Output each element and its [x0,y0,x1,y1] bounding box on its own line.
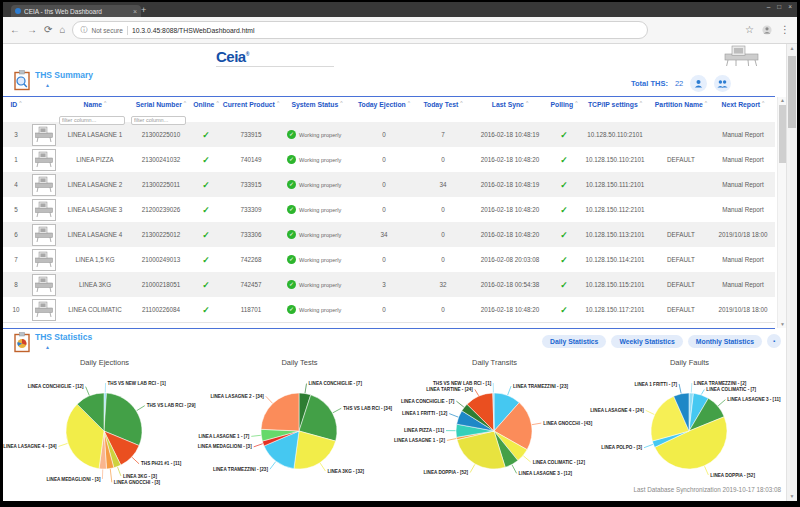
user-button[interactable] [690,75,707,92]
sort-caret-icon[interactable]: ^ [340,100,342,106]
info-icon[interactable]: ⓘ [80,25,87,35]
label-leader-line [132,457,139,463]
serial-filter-input[interactable] [131,116,186,125]
polling-check-icon: ✓ [560,305,568,315]
table-row[interactable]: 10LINEA COLIMATIC21100226084✓118701✓Work… [3,297,775,322]
column-header-today-ejection[interactable]: Today Ejection^ [353,97,415,108]
cell-partition: DEFAULT [651,281,711,288]
tab-title: CEIA - ths Web Dashboard [24,8,130,15]
maximize-button[interactable]: □ [777,4,781,11]
pie-slice-label: LINEA 1 FRITTI - [12] [402,411,448,416]
page-scrollbar-thumb[interactable] [788,56,796,128]
sort-caret-icon[interactable]: ^ [184,100,186,106]
sort-caret-icon[interactable]: ^ [575,100,577,106]
users-button[interactable] [714,75,731,92]
filter-cell [3,108,29,126]
page-scrollbar[interactable]: ▲▼ [786,44,797,501]
machine-thumbnail [29,224,59,246]
sort-caret-icon[interactable]: ^ [408,100,410,106]
sort-caret-icon[interactable]: ^ [104,100,106,106]
address-bar[interactable]: ⓘ Not secure 10.3.0.45:8088/THSWebDashbo… [72,21,648,39]
column-header-today-test[interactable]: Today Test^ [415,97,471,108]
sort-caret-icon[interactable]: ^ [277,100,279,106]
column-header-id[interactable]: ID^ [3,97,29,108]
label-leader-line [449,414,458,417]
sort-caret-icon[interactable]: ^ [460,100,462,106]
name-filter-input[interactable] [59,116,125,125]
column-header-last-sync[interactable]: Last Sync^ [471,97,549,108]
daily-statistics-button[interactable]: Daily Statistics [542,335,606,348]
column-header-next-report[interactable]: Next Report^ [711,97,775,108]
cell-system-status: ✓Working properly [281,205,353,214]
cell-name: LINEA 3KG [59,281,131,288]
online-check-icon: ✓ [202,230,210,240]
column-header-tcp-ip-settings[interactable]: TCP/IP settings^ [579,97,651,108]
online-check-icon: ✓ [202,305,210,315]
new-tab-button[interactable]: + [141,6,146,15]
cell-name: LINEA COLIMATIC [59,306,131,313]
table-row[interactable]: 7LINEA 1,5 KG21000249013✓742268✓Working … [3,247,775,272]
tab-close-icon[interactable]: × [133,8,137,15]
pie-chart-area: THS VS NEW LAB RCI - [1]LINEA TARTINE - … [397,369,592,493]
cell-polling: ✓ [549,155,579,165]
browser-toolbar: ← → ⟳ ⌂ ⓘ Not secure 10.3.0.45:8088/THSW… [3,17,797,44]
column-header-system-status[interactable]: System Status^ [281,97,353,108]
cell-next-report: Manual Report [711,281,775,288]
chart-daily-faults: Daily FaultsLINEA 1 FRITTI - [7]LINEA LA… [592,358,787,493]
weekly-statistics-button[interactable]: Weekly Statistics [611,335,682,348]
pie-slice-label: LINEA MEDAGLIONI - [3] [198,444,252,449]
summary-collapse-icon[interactable]: ▲ [45,82,93,88]
table-row[interactable]: 1LINEA PIZZA21300241032✓740149✓Working p… [3,147,775,172]
column-header-partition-name[interactable]: Partition Name^ [651,97,711,108]
statistics-clipboard-icon [13,332,31,353]
column-header-online[interactable]: Online^ [191,97,221,108]
browser-tab[interactable]: CEIA - ths Web Dashboard × [11,5,141,17]
cell-next-report: 2019/10/18 18:00 [711,231,775,238]
column-header-current-product[interactable]: Current Product^ [221,97,281,108]
back-icon[interactable]: ← [10,25,20,35]
monthly-statistics-button[interactable]: Monthly Statistics [688,335,762,348]
sort-caret-icon[interactable]: ^ [216,100,218,106]
sort-caret-icon[interactable]: ^ [705,100,707,106]
bookmark-star-icon[interactable]: ☆ [745,25,754,35]
statistics-more-button[interactable]: ▪ [767,334,781,348]
close-button[interactable]: × [788,4,792,11]
users-icon [717,79,728,88]
home-icon[interactable]: ⌂ [59,25,65,35]
cell-last-sync: 2016-02-08 20:03:08 [471,256,549,263]
column-header-polling[interactable]: Polling^ [549,97,579,108]
table-row[interactable]: 4LINEA LASAGNE 221300225011✓733915✓Worki… [3,172,775,197]
table-row[interactable]: 6LINEA LASAGNE 421300225012✓733306✓Worki… [3,222,775,247]
cell-partition: DEFAULT [651,156,711,163]
pie-slice-label: LINEA LASAGNE 1 - [7] [198,434,249,439]
table-row[interactable]: 5LINEA LASAGNE 321200239026✓733309✓Worki… [3,197,775,222]
menu-kebab-icon[interactable]: ⋮ [780,25,790,35]
label-leader-line [59,443,68,446]
profile-avatar-icon[interactable] [762,25,772,35]
table-scrollbar-thumb[interactable] [779,105,786,163]
sort-caret-icon[interactable]: ^ [526,100,528,106]
statistics-collapse-icon[interactable]: ▲ [45,344,92,350]
sort-caret-icon[interactable]: ^ [19,100,21,106]
column-header-serial-number[interactable]: Serial Number^ [131,97,191,108]
pie-chart-area: LINEA LASAGNE 2 - [34]LINEA LASAGNE 1 - … [202,369,397,493]
cell-serial: 21100226084 [131,306,191,313]
online-check-icon: ✓ [202,255,210,265]
pie-slice-label: LINEA DOPPIA - [52] [424,470,469,475]
sort-caret-icon[interactable]: ^ [762,100,764,106]
pie-slice-label: LINEA GNOCCHI - [43] [543,421,592,426]
sort-caret-icon[interactable]: ^ [640,100,642,106]
pie-chart-svg: LINEA 1 FRITTI - [7]LINEA LASAGNE 4 - [2… [592,369,787,493]
minimize-button[interactable]: – [767,4,771,11]
status-ok-icon: ✓ [287,205,296,214]
label-leader-line [512,465,516,473]
summary-table-body: 3LINEA LASAGNE 121300225010✓733915✓Worki… [3,122,775,322]
chart-title: Daily Tests [202,358,397,369]
column-header-col [29,97,59,108]
table-row[interactable]: 8LINEA 3KG21000218051✓742457✓Working pro… [3,272,775,297]
reload-icon[interactable]: ⟳ [44,25,52,35]
column-header-name[interactable]: Name^ [59,97,131,108]
machine-thumbnail [29,249,59,271]
cell-online: ✓ [191,230,221,240]
forward-icon[interactable]: → [27,25,37,35]
